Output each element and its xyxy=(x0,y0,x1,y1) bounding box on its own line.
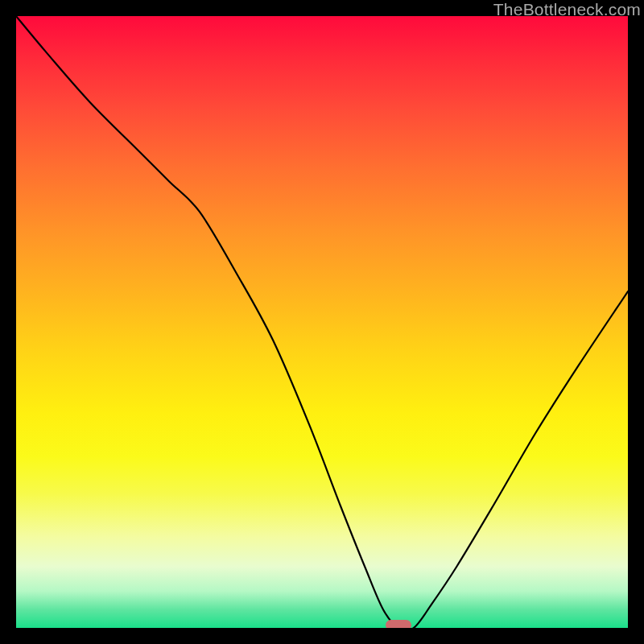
bottleneck-curve xyxy=(16,16,628,628)
plot-area xyxy=(16,16,628,628)
chart-frame: TheBottleneck.com xyxy=(0,0,644,644)
curve-path xyxy=(16,16,628,628)
optimal-marker xyxy=(386,620,411,628)
